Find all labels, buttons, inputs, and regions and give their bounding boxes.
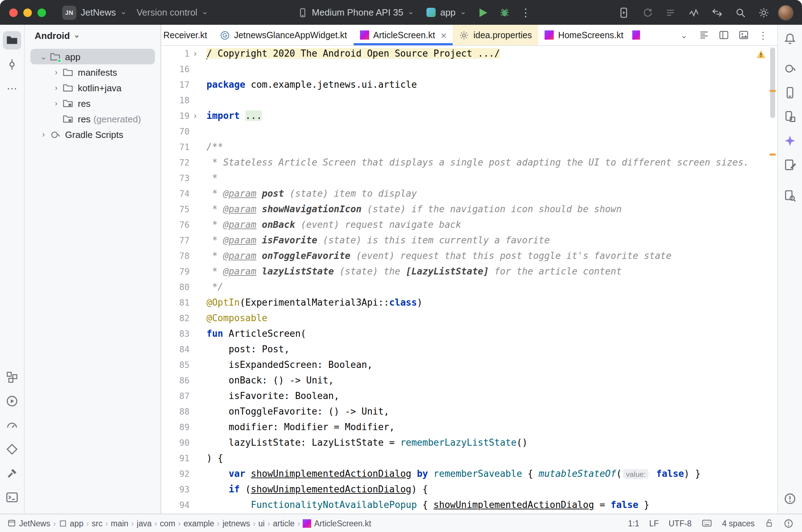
- project-tool-button[interactable]: [3, 31, 21, 50]
- code-line[interactable]: 73 *: [161, 170, 777, 186]
- device-streaming-button[interactable]: [615, 3, 633, 22]
- fold-marker-icon[interactable]: ›: [190, 46, 201, 62]
- breadcrumb-item-src[interactable]: src: [92, 519, 103, 527]
- editor-layout-button[interactable]: [695, 27, 712, 44]
- breadcrumb-item-jetnews[interactable]: jetnews: [222, 519, 250, 527]
- profiler-tool-button[interactable]: [3, 416, 21, 434]
- tabbar-more-button[interactable]: ⋮: [755, 27, 772, 44]
- terminal-tool-button[interactable]: [3, 488, 21, 507]
- code-line[interactable]: 70: [161, 124, 777, 139]
- breadcrumb-item-main[interactable]: main: [111, 519, 128, 527]
- chevron-right-icon[interactable]: ›: [50, 68, 62, 76]
- tree-item-res[interactable]: › res: [30, 96, 155, 111]
- scrollbar-warning-mark[interactable]: [769, 154, 776, 156]
- tree-item-app[interactable]: ⌄ app: [30, 49, 155, 64]
- code-line[interactable]: 93 if (showUnimplementedActionDialog) {: [161, 482, 777, 497]
- breadcrumb-item-java[interactable]: java: [137, 519, 152, 527]
- split-editor-button[interactable]: [715, 27, 732, 44]
- code-line[interactable]: 83fun ArticleScreen(: [161, 326, 777, 342]
- code-line[interactable]: 90 lazyListState: LazyListState = rememb…: [161, 435, 777, 451]
- tree-item-gradle-scripts[interactable]: › Gradle Scripts: [30, 127, 155, 142]
- code-line[interactable]: 78 * @param onToggleFavorite (event) req…: [161, 248, 777, 264]
- breadcrumb-item-com[interactable]: com: [160, 519, 175, 527]
- indent-widget[interactable]: 4 spaces: [722, 519, 755, 527]
- code-line[interactable]: 17package com.example.jetnews.ui.article: [161, 77, 777, 93]
- tab-articlescreen-kt[interactable]: ArticleScreen.kt ×: [353, 25, 453, 45]
- commit-tool-button[interactable]: [3, 55, 21, 74]
- run-button[interactable]: [474, 3, 493, 22]
- scrollbar-warning-mark[interactable]: [769, 90, 776, 92]
- code-line[interactable]: 76 * @param onBack (event) request navig…: [161, 217, 777, 233]
- breadcrumb-item-article[interactable]: article: [273, 519, 295, 527]
- services-tool-button[interactable]: [3, 368, 21, 386]
- code-line[interactable]: 92 var showUnimplementedActionDialog by …: [161, 466, 777, 482]
- code-line[interactable]: 75 * @param showNavigationIcon (state) i…: [161, 202, 777, 217]
- code-line[interactable]: 18: [161, 93, 777, 108]
- device-manager-tool-button[interactable]: [781, 83, 799, 102]
- code-line[interactable]: 72 * Stateless Article Screen that displ…: [161, 155, 777, 170]
- tree-item-kotlin-java[interactable]: › kotlin+java: [30, 80, 155, 96]
- search-everywhere-button[interactable]: [731, 3, 750, 22]
- code-line[interactable]: 85 isExpandedScreen: Boolean,: [161, 357, 777, 373]
- breadcrumb-item-articlescreen-kt[interactable]: ArticleScreen.kt: [303, 519, 371, 527]
- code-line[interactable]: 89 modifier: Modifier = Modifier,: [161, 420, 777, 435]
- breadcrumb-item-project[interactable]: JetNews: [7, 519, 50, 528]
- device-selector[interactable]: Medium Phone API 35 ⌄: [293, 5, 419, 20]
- tab-idea-properties[interactable]: idea.properties: [453, 25, 538, 45]
- profile-avatar[interactable]: [778, 5, 794, 20]
- code-line[interactable]: 87 isFavorite: Boolean,: [161, 388, 777, 404]
- breadcrumb-item-example[interactable]: example: [184, 519, 214, 527]
- code-line[interactable]: 91) {: [161, 451, 777, 466]
- code-review-button[interactable]: [708, 3, 726, 22]
- file-lock-widget[interactable]: [765, 519, 774, 528]
- code-line[interactable]: 1›/ Copyright 2020 The Android Open Sour…: [161, 46, 777, 62]
- chevron-right-icon[interactable]: ›: [50, 83, 62, 92]
- code-line[interactable]: 81@OptIn(ExperimentalMaterial3Api::class…: [161, 295, 777, 311]
- tab-homescreens-kt[interactable]: HomeScreens.kt: [538, 25, 630, 45]
- find-tool-button[interactable]: [781, 187, 799, 205]
- code-line[interactable]: 88 onToggleFavorite: () -> Unit,: [161, 404, 777, 420]
- tab-partially-hidden[interactable]: [630, 25, 640, 45]
- profiler-button[interactable]: [685, 3, 703, 22]
- editor-scrollbar[interactable]: [770, 47, 775, 118]
- gradle-tool-button[interactable]: [781, 59, 799, 78]
- build-tool-button[interactable]: [3, 464, 21, 482]
- close-window-button[interactable]: [9, 8, 18, 17]
- problems-button[interactable]: [781, 490, 799, 508]
- code-line[interactable]: 71/**: [161, 139, 777, 155]
- code-editor[interactable]: 1›/ Copyright 2020 The Android Open Sour…: [161, 46, 777, 514]
- code-line[interactable]: 74 * @param post (state) item to display: [161, 186, 777, 202]
- more-tool-windows-button[interactable]: ⋯: [3, 79, 21, 98]
- gemini-tool-button[interactable]: [781, 132, 799, 150]
- breadcrumb-item-app[interactable]: app: [59, 519, 83, 527]
- tree-item-manifests[interactable]: › manifests: [30, 64, 155, 80]
- debug-button[interactable]: [495, 3, 514, 22]
- tab-jetnewsglanceappwidget-kt[interactable]: JetnewsGlanceAppWidget.kt: [214, 25, 354, 45]
- code-line[interactable]: 82@Composable: [161, 311, 777, 326]
- preview-button[interactable]: [735, 27, 752, 44]
- vcs-widget[interactable]: Version control ⌄: [132, 5, 213, 20]
- device-explorer-tool-button[interactable]: [781, 108, 799, 126]
- code-line[interactable]: 79 * @param lazyListState (state) the [L…: [161, 264, 777, 279]
- code-line[interactable]: 94 FunctionalityNotAvailablePopup { show…: [161, 497, 777, 513]
- code-line[interactable]: 86 onBack: () -> Unit,: [161, 373, 777, 388]
- run-more-actions-button[interactable]: ⋮: [517, 3, 535, 22]
- zoom-window-button[interactable]: [37, 8, 46, 17]
- close-icon[interactable]: ×: [441, 30, 446, 40]
- run-tool-button[interactable]: [3, 392, 21, 410]
- encoding-widget[interactable]: UTF-8: [669, 519, 692, 527]
- code-line[interactable]: 80 */: [161, 279, 777, 295]
- tree-item-res-generated[interactable]: res (generated): [30, 111, 155, 127]
- code-line[interactable]: 84 post: Post,: [161, 342, 777, 357]
- project-view-selector[interactable]: Android ⌄: [25, 25, 161, 47]
- project-widget[interactable]: JN JetNews ⌄: [57, 3, 132, 22]
- chevron-right-icon[interactable]: ›: [50, 99, 62, 108]
- fold-marker-icon[interactable]: ›: [190, 108, 201, 124]
- keyboard-widget[interactable]: [702, 519, 712, 528]
- inspections-widget[interactable]: [756, 50, 766, 59]
- tab-receiver-kt[interactable]: Receiver.kt: [161, 25, 214, 45]
- chevron-down-icon[interactable]: ⌄: [37, 52, 50, 61]
- run-configuration-selector[interactable]: app ⌄: [422, 5, 471, 20]
- hidden-tabs-button[interactable]: ⌄: [675, 27, 692, 44]
- code-line[interactable]: 16: [161, 62, 777, 77]
